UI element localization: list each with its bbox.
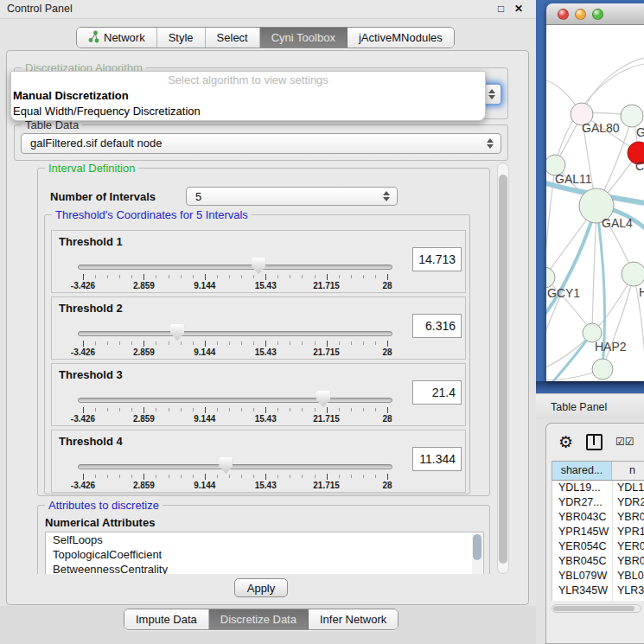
slider-track[interactable] <box>78 398 392 403</box>
table-row[interactable]: YDL19...YDL1 <box>552 481 644 495</box>
network-window-titlebar[interactable] <box>546 3 644 25</box>
interval-definition-group: Interval Definition Number of Intervals … <box>37 168 490 496</box>
attributes-list-scrollbar[interactable] <box>472 533 482 574</box>
tab-infer-network[interactable]: Infer Network <box>309 609 398 629</box>
table-cell: YIL0 <box>612 598 644 601</box>
tab-label: Network <box>104 31 145 44</box>
tick-label: 2.859 <box>118 481 169 490</box>
tick-label: 21.715 <box>301 414 353 424</box>
tab-impute-data[interactable]: Impute Data <box>124 609 209 629</box>
number-of-intervals-label: Number of Intervals <box>50 190 156 203</box>
network-canvas[interactable]: GAL80GACGAL11GAL4GCY1HHAP2 <box>546 25 644 381</box>
tab-cyni-toolbox[interactable]: Cyni Toolbox <box>260 28 348 48</box>
number-of-intervals-value: 5 <box>195 188 201 207</box>
table-row[interactable]: YDR27...YDR2 <box>552 495 644 510</box>
attribute-item-betweennesscentrality[interactable]: BetweennessCentrality <box>46 562 483 574</box>
apply-button[interactable]: Apply <box>234 578 288 597</box>
table-hscrollbar[interactable] <box>552 604 641 613</box>
table-row[interactable]: YBL079WYBL0 <box>552 569 644 583</box>
slider-ticks <box>52 341 467 348</box>
threshold-value-field[interactable]: 21.4 <box>412 380 462 405</box>
zoom-light-button[interactable] <box>592 9 603 20</box>
threshold-panel-4: Threshold 4-3.4262.8599.14415.4321.71528… <box>51 430 466 493</box>
threshold-value-field[interactable]: 14.713 <box>412 247 462 271</box>
column-header-2[interactable]: n <box>612 462 644 480</box>
close-light-button[interactable] <box>558 9 569 20</box>
slider-thumb[interactable] <box>316 391 330 407</box>
node-label: GAL80 <box>582 121 620 135</box>
slider-thumb[interactable] <box>170 324 184 341</box>
column-header-1[interactable]: shared... <box>552 462 612 480</box>
slider-tick-labels: -3.4262.8599.14415.4321.71528 <box>52 481 467 491</box>
tick-label: -3.426 <box>57 348 109 357</box>
top-tab-row: NetworkStyleSelectCyni ToolboxjActiveMNo… <box>76 27 455 48</box>
minimize-light-button[interactable] <box>575 9 586 20</box>
settings-scrollbar-thumb[interactable] <box>499 175 507 564</box>
tab-jactivemnodules[interactable]: jActiveMNodules <box>348 28 454 48</box>
tick-label: 2.859 <box>118 348 169 357</box>
node-label: GAL4 <box>602 216 633 230</box>
tab-select[interactable]: Select <box>206 28 260 48</box>
attribute-item-selfloops[interactable]: SelfLoops <box>46 532 483 547</box>
network-node[interactable] <box>592 359 613 379</box>
node-label: HAP2 <box>595 340 627 354</box>
attribute-item-topologicalcoefficient[interactable]: TopologicalCoefficient <box>46 547 483 562</box>
tick-label: 21.715 <box>301 348 353 357</box>
attributes-list[interactable]: SelfLoopsTopologicalCoefficientBetweenne… <box>45 532 484 574</box>
float-icon[interactable]: □ <box>498 3 504 15</box>
slider-thumb[interactable] <box>219 457 233 474</box>
tab-label: Infer Network <box>320 613 386 626</box>
table-row[interactable]: YIL052CYIL0 <box>552 598 644 601</box>
spinner-icon <box>488 89 495 99</box>
tick-label: 9.144 <box>179 414 231 424</box>
slider-track[interactable] <box>78 265 392 270</box>
network-node-h[interactable] <box>622 262 644 286</box>
threshold-value-field[interactable]: 6.316 <box>412 314 462 338</box>
control-panel: Control Panel □ ✕ NetworkStyleSelectCyni… <box>0 0 536 644</box>
algorithm-popup: Select algorithm to view settings Manual… <box>10 71 486 121</box>
tab-style[interactable]: Style <box>157 28 206 48</box>
slider-track[interactable] <box>78 331 392 336</box>
slider-track[interactable] <box>78 464 392 469</box>
tab-network[interactable]: Network <box>77 28 157 48</box>
tick-label: 28 <box>361 281 413 290</box>
table-row[interactable]: YLR345WYLR3 <box>552 583 644 598</box>
tick-label: 2.859 <box>118 281 169 290</box>
network-node-ga[interactable] <box>621 105 643 127</box>
checkboxes-icon[interactable]: ☑☑ <box>615 436 634 448</box>
attributes-list-scrollbar-thumb[interactable] <box>473 534 481 560</box>
network-node-gcy1[interactable] <box>546 267 555 288</box>
slider-tick-labels: -3.4262.8599.14415.4321.71528 <box>52 414 467 424</box>
table-panel-titlebar: Table Panel <box>536 393 644 419</box>
table-header: shared...n <box>552 461 644 481</box>
table-row[interactable]: YPR145WYPR1 <box>552 525 644 539</box>
gear-icon[interactable]: ⚙ <box>558 434 573 450</box>
close-icon[interactable]: ✕ <box>514 3 523 15</box>
attributes-group: Attributes to discretize Numerical Attri… <box>37 505 490 574</box>
threshold-value-field[interactable]: 11.344 <box>412 447 462 471</box>
table-cell: YDL1 <box>612 481 644 495</box>
settings-scrollbar[interactable] <box>497 163 509 574</box>
columns-icon[interactable] <box>586 434 603 450</box>
tick-label: 15.43 <box>239 348 291 357</box>
desktop-shade <box>536 381 644 393</box>
algorithm-option-manual-discretization[interactable]: Manual Discretization <box>11 88 485 104</box>
threshold-panel-3: Threshold 3-3.4262.8599.14415.4321.71528… <box>51 363 466 426</box>
table-cell: YBR043C <box>552 510 612 525</box>
slider-ticks <box>52 407 467 414</box>
table-cell: YLR3 <box>612 583 644 598</box>
interval-definition-title: Interval Definition <box>45 163 138 175</box>
tick-label: 9.144 <box>179 348 231 357</box>
table-hscrollbar-thumb[interactable] <box>553 606 634 611</box>
algorithm-option-equal-width-frequency-discretization[interactable]: Equal Width/Frequency Discretization <box>11 104 485 119</box>
tab-discretize-data[interactable]: Discretize Data <box>209 609 309 629</box>
table-row[interactable]: YER054CYER0 <box>552 539 644 554</box>
table-data-combo[interactable]: galFiltered.sif default node <box>21 133 501 154</box>
table-row[interactable]: YBR045CYBR0 <box>552 554 644 569</box>
slider-thumb[interactable] <box>252 258 265 274</box>
table-row[interactable]: YBR043CYBR0 <box>552 510 644 525</box>
tick-label: 2.859 <box>118 414 169 424</box>
tab-label: Style <box>169 31 194 44</box>
threshold-label: Threshold 4 <box>59 435 123 448</box>
number-of-intervals-combo[interactable]: 5 <box>186 187 398 206</box>
